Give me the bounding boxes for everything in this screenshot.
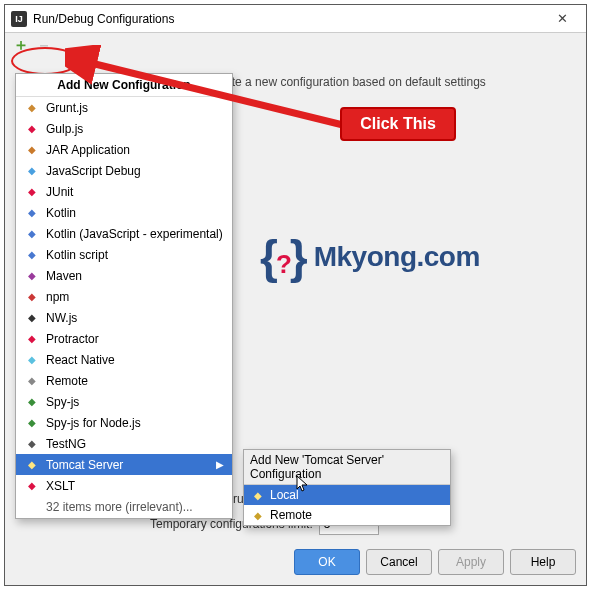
menu-item-xslt[interactable]: ◆XSLT (16, 475, 232, 496)
menu-item-label: Protractor (46, 332, 99, 346)
menu-item-grunt-js[interactable]: ◆Grunt.js (16, 97, 232, 118)
menu-item-testng[interactable]: ◆TestNG (16, 433, 232, 454)
menu-item-label: JUnit (46, 185, 73, 199)
dialog-buttons: OK Cancel Apply Help (294, 549, 576, 575)
window-title: Run/Debug Configurations (33, 12, 544, 26)
menu-item-javascript-debug[interactable]: ◆JavaScript Debug (16, 160, 232, 181)
menu-item-label: TestNG (46, 437, 86, 451)
run-debug-dialog: IJ Run/Debug Configurations ✕ ＋ － Click … (4, 4, 587, 586)
config-type-icon: ◆ (24, 142, 40, 158)
config-type-icon: ◆ (24, 226, 40, 242)
menu-item-label: Spy-js for Node.js (46, 416, 141, 430)
config-type-icon: ◆ (24, 394, 40, 410)
submenu-heading: Add New 'Tomcat Server' Configuration (244, 450, 450, 485)
submenu-item-label: Local (270, 488, 299, 502)
menu-item-label: Tomcat Server (46, 458, 123, 472)
menu-item-label: JavaScript Debug (46, 164, 141, 178)
menu-item-label: JAR Application (46, 143, 130, 157)
intellij-icon: IJ (11, 11, 27, 27)
annotation-callout: Click This (340, 107, 456, 141)
tomcat-submenu[interactable]: Add New 'Tomcat Server' Configuration ◆L… (243, 449, 451, 526)
submenu-arrow-icon: ▶ (216, 459, 224, 470)
config-type-icon: ◆ (24, 457, 40, 473)
menu-item-maven[interactable]: ◆Maven (16, 265, 232, 286)
config-type-icon: ◆ (24, 121, 40, 137)
menu-item-kotlin-script[interactable]: ◆Kotlin script (16, 244, 232, 265)
config-type-icon: ◆ (24, 100, 40, 116)
config-type-icon: ◆ (24, 352, 40, 368)
add-new-config-menu[interactable]: Add New Configuration ◆Grunt.js◆Gulp.js◆… (15, 73, 233, 519)
menu-item-kotlin[interactable]: ◆Kotlin (16, 202, 232, 223)
mouse-cursor-icon (296, 475, 310, 496)
menu-item-label: React Native (46, 353, 115, 367)
help-button[interactable]: Help (510, 549, 576, 575)
config-type-icon: ◆ (24, 184, 40, 200)
submenu-item-label: Remote (270, 508, 312, 522)
menu-item-spy-js[interactable]: ◆Spy-js (16, 391, 232, 412)
menu-item-gulp-js[interactable]: ◆Gulp.js (16, 118, 232, 139)
config-type-icon: ◆ (24, 478, 40, 494)
menu-item-react-native[interactable]: ◆React Native (16, 349, 232, 370)
cancel-button[interactable]: Cancel (366, 549, 432, 575)
config-type-icon: ◆ (24, 163, 40, 179)
menu-item-nw-js[interactable]: ◆NW.js (16, 307, 232, 328)
config-type-icon: ◆ (24, 289, 40, 305)
submenu-item-remote[interactable]: ◆Remote (244, 505, 450, 525)
window-close-button[interactable]: ✕ (544, 11, 580, 26)
config-type-icon: ◆ (24, 268, 40, 284)
config-toolbar: ＋ － (5, 33, 586, 57)
menu-item-protractor[interactable]: ◆Protractor (16, 328, 232, 349)
remove-config-button[interactable]: － (35, 33, 53, 57)
mkyong-logo: {?} Mkyong.com (260, 230, 570, 284)
hint-text: to create a new configuration based on d… (195, 75, 486, 89)
apply-button[interactable]: Apply (438, 549, 504, 575)
menu-more-items[interactable]: 32 items more (irrelevant)... (16, 496, 232, 518)
add-config-button[interactable]: ＋ (13, 35, 29, 56)
menu-item-label: Kotlin (JavaScript - experimental) (46, 227, 223, 241)
tomcat-icon: ◆ (250, 487, 266, 503)
titlebar: IJ Run/Debug Configurations ✕ (5, 5, 586, 33)
menu-item-label: XSLT (46, 479, 75, 493)
menu-item-tomcat-server[interactable]: ◆Tomcat Server▶ (16, 454, 232, 475)
menu-item-label: Kotlin (46, 206, 76, 220)
menu-item-jar-application[interactable]: ◆JAR Application (16, 139, 232, 160)
config-type-icon: ◆ (24, 331, 40, 347)
config-type-icon: ◆ (24, 415, 40, 431)
menu-item-label: Grunt.js (46, 101, 88, 115)
config-type-icon: ◆ (24, 205, 40, 221)
menu-item-label: NW.js (46, 311, 77, 325)
submenu-item-local[interactable]: ◆Local (244, 485, 450, 505)
menu-heading: Add New Configuration (16, 74, 232, 97)
menu-item-label: Kotlin script (46, 248, 108, 262)
menu-item-junit[interactable]: ◆JUnit (16, 181, 232, 202)
config-type-icon: ◆ (24, 436, 40, 452)
menu-item-spy-js-for-node-js[interactable]: ◆Spy-js for Node.js (16, 412, 232, 433)
menu-item-label: Maven (46, 269, 82, 283)
ok-button[interactable]: OK (294, 549, 360, 575)
menu-item-label: npm (46, 290, 69, 304)
menu-item-label: Gulp.js (46, 122, 83, 136)
config-type-icon: ◆ (24, 310, 40, 326)
config-type-icon: ◆ (24, 373, 40, 389)
tomcat-icon: ◆ (250, 507, 266, 523)
menu-item-label: Remote (46, 374, 88, 388)
menu-item-npm[interactable]: ◆npm (16, 286, 232, 307)
menu-item-label: Spy-js (46, 395, 79, 409)
menu-item-remote[interactable]: ◆Remote (16, 370, 232, 391)
menu-item-kotlin-javascript-experimental-[interactable]: ◆Kotlin (JavaScript - experimental) (16, 223, 232, 244)
config-type-icon: ◆ (24, 247, 40, 263)
